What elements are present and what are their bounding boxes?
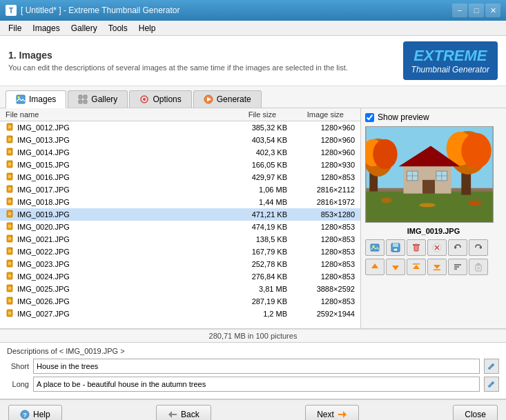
table-row[interactable]: IMG_0012.JPG 385,32 KB 1280×960 (0, 121, 360, 134)
file-icon (6, 259, 15, 269)
file-name-cell: IMG_0026.JPG (6, 297, 231, 306)
options-tab-icon (139, 94, 149, 104)
file-name-cell: IMG_0018.JPG (6, 197, 231, 207)
svg-rect-71 (11, 310, 12, 311)
preview-btn-clipboard[interactable] (469, 259, 488, 275)
maximize-button[interactable]: □ (469, 3, 484, 17)
short-edit-button[interactable] (484, 359, 499, 374)
logo-line1: EXTREME (411, 47, 489, 65)
file-icon (6, 123, 15, 132)
menu-gallery[interactable]: Gallery (66, 22, 103, 34)
img-size: 1280×853 (293, 173, 355, 181)
svg-rect-55 (11, 260, 12, 261)
file-icon (6, 172, 15, 182)
svg-text:?: ? (23, 412, 27, 419)
table-row[interactable]: IMG_0018.JPG 1,44 MB 2816×1972 (0, 196, 360, 208)
svg-point-1 (18, 97, 20, 99)
table-row[interactable]: IMG_0017.JPG 1,06 MB 2816×2112 (0, 183, 360, 196)
file-name-cell: IMG_0020.JPG (6, 222, 231, 232)
description-section: Descriptions of < IMG_0019.JPG > Short L… (0, 343, 506, 399)
table-row[interactable]: IMG_0023.JPG 252,78 KB 1280×853 (0, 258, 360, 270)
preview-btn-up[interactable] (365, 259, 385, 275)
table-row[interactable]: IMG_0016.JPG 429,97 KB 1280×853 (0, 171, 360, 183)
show-preview-label[interactable]: Show preview (378, 112, 429, 122)
close-window-button[interactable]: ✕ (485, 3, 500, 17)
file-name-cell: IMG_0022.JPG (6, 247, 231, 257)
tab-generate[interactable]: Generate (193, 90, 262, 108)
preview-btn-sort[interactable] (448, 259, 467, 275)
preview-btn-top[interactable] (407, 259, 426, 275)
show-preview-checkbox[interactable] (365, 113, 374, 122)
table-row[interactable]: IMG_0022.JPG 167,79 KB 1280×853 (0, 246, 360, 258)
svg-marker-113 (434, 265, 440, 269)
file-list-body[interactable]: IMG_0012.JPG 385,32 KB 1280×960 IMG_0013… (0, 121, 360, 328)
preview-btn-down[interactable] (386, 259, 405, 275)
gallery-tab-icon (78, 94, 88, 104)
file-name: IMG_0023.JPG (17, 260, 70, 268)
svg-rect-39 (11, 210, 12, 212)
col-filesize: File size (220, 110, 282, 119)
svg-rect-129 (338, 414, 344, 415)
preview-btn-view[interactable] (365, 239, 385, 256)
file-icon (6, 297, 15, 306)
help-button[interactable]: ? Help (8, 405, 62, 421)
app-logo: EXTREME Thumbnail Generator (403, 41, 498, 80)
short-input[interactable] (33, 359, 480, 374)
file-size: 429,97 KB (231, 173, 293, 181)
svg-rect-11 (11, 123, 12, 125)
next-button[interactable]: Next (305, 405, 359, 421)
table-row[interactable]: IMG_0026.JPG 287,19 KB 1280×853 (0, 295, 360, 308)
img-size: 1280×853 (293, 297, 355, 306)
file-icon (6, 309, 15, 319)
file-name: IMG_0012.JPG (17, 123, 70, 132)
table-row[interactable]: IMG_0025.JPG 3,81 MB 3888×2592 (0, 283, 360, 295)
col-imgsize: Image size (282, 110, 344, 119)
preview-btn-redo[interactable] (469, 239, 488, 256)
table-row[interactable]: IMG_0019.JPG 471,21 KB 853×1280 (0, 208, 360, 221)
svg-rect-19 (11, 148, 12, 150)
file-size: 1,2 MB (231, 310, 293, 318)
back-button[interactable]: Back (156, 405, 211, 421)
table-row[interactable]: IMG_0021.JPG 138,5 KB 1280×853 (0, 233, 360, 246)
preview-toolbar-row1 (365, 239, 502, 256)
file-size: 3,81 MB (231, 285, 293, 293)
svg-rect-43 (11, 223, 12, 224)
menu-images[interactable]: Images (27, 22, 65, 34)
menu-tools[interactable]: Tools (103, 22, 133, 34)
long-input[interactable] (33, 377, 480, 392)
menu-help[interactable]: Help (133, 22, 162, 34)
table-row[interactable]: IMG_0024.JPG 276,84 KB 1280×853 (0, 270, 360, 283)
file-name: IMG_0021.JPG (17, 235, 70, 243)
preview-btn-save[interactable] (386, 239, 405, 256)
file-name: IMG_0025.JPG (17, 285, 70, 293)
step-title: 1. Images (8, 50, 348, 61)
preview-btn-bottom[interactable] (427, 259, 447, 275)
table-row[interactable]: IMG_0014.JPG 402,3 KB 1280×960 (0, 146, 360, 159)
file-name-cell: IMG_0019.JPG (6, 210, 231, 219)
close-button[interactable]: Close (453, 405, 498, 421)
svg-rect-31 (11, 186, 12, 187)
table-row[interactable]: IMG_0020.JPG 474,19 KB 1280×853 (0, 221, 360, 233)
table-row[interactable]: IMG_0015.JPG 166,05 KB 1280×930 (0, 159, 360, 171)
step-description: You can edit the descriptions of several… (8, 63, 348, 72)
preview-btn-cancel[interactable] (427, 239, 447, 256)
tab-images[interactable]: Images (6, 90, 66, 108)
svg-rect-105 (415, 243, 418, 245)
file-name-cell: IMG_0017.JPG (6, 185, 231, 194)
svg-rect-4 (79, 100, 82, 103)
preview-btn-undo[interactable] (448, 239, 467, 256)
table-row[interactable]: IMG_0027.JPG 1,2 MB 2592×1944 (0, 308, 360, 320)
minimize-button[interactable]: − (452, 3, 467, 17)
file-name-cell: IMG_0023.JPG (6, 259, 231, 269)
menu-file[interactable]: File (3, 22, 27, 34)
img-size: 1280×960 (293, 136, 355, 144)
tab-gallery[interactable]: Gallery (68, 90, 128, 108)
long-edit-button[interactable] (484, 377, 499, 392)
img-size: 2816×1972 (293, 198, 355, 206)
tab-options[interactable]: Options (129, 90, 191, 108)
bottom-bar: ? Help Back Next Close (0, 399, 506, 420)
preview-btn-delete[interactable] (407, 239, 426, 256)
help-label: Help (33, 410, 50, 419)
show-preview-row: Show preview (365, 112, 502, 122)
table-row[interactable]: IMG_0013.JPG 403,54 KB 1280×960 (0, 134, 360, 146)
